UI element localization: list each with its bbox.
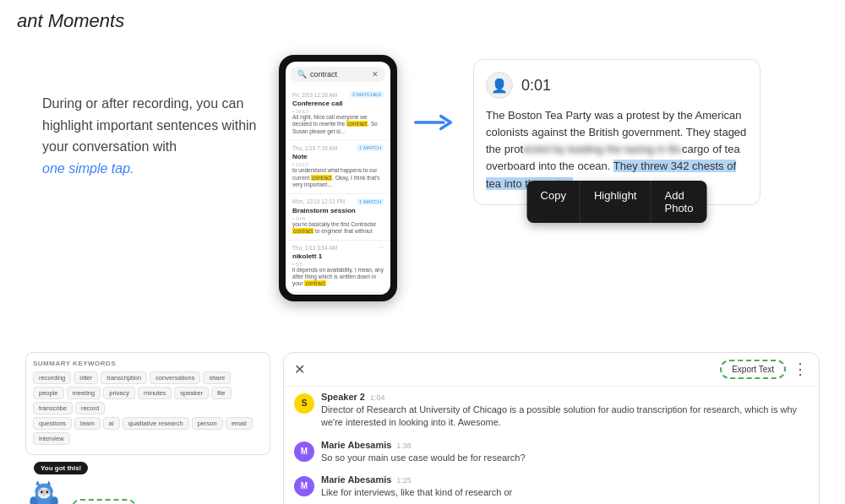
phone-mockup: 🔍 ✕ Fri, 2/23 12:28 AM 2 MATCHES Confere…: [279, 55, 397, 301]
keyword-tag[interactable]: transcribe: [33, 402, 73, 415]
keywords-label: SUMMARY KEYWORDS: [33, 360, 263, 367]
keywords-row-1: recordingottertranscriptionconversations…: [33, 371, 263, 415]
conv-message: M Marie Abesamis 1:25 Like for interview…: [294, 474, 809, 499]
message-time: 1:38: [396, 442, 412, 450]
speaker-name: Marie Abesamis: [321, 440, 391, 450]
close-button[interactable]: ✕: [294, 361, 305, 377]
conversation-messages: S Speaker 2 1:04 Director of Research at…: [284, 387, 819, 504]
keyword-tag[interactable]: recording: [33, 371, 71, 384]
keyword-tag[interactable]: conversations: [150, 371, 200, 384]
message-time: 1:25: [396, 476, 412, 485]
keywords-row-2: questionsteamaiqualitative researchperso…: [33, 417, 263, 445]
speaker-avatar: M: [294, 476, 314, 496]
copy-button[interactable]: Copy: [527, 181, 581, 223]
context-menu: Copy Highlight Add Photo: [527, 181, 707, 223]
svg-marker-2: [35, 480, 40, 485]
search-icon: 🔍: [297, 70, 307, 79]
message-time: 1:04: [370, 393, 385, 402]
svg-point-7: [41, 490, 43, 493]
message-text: So so your main use case would be for re…: [321, 452, 526, 464]
keyword-tag[interactable]: meeting: [67, 387, 101, 399]
speaker-avatar: M: [294, 442, 314, 462]
keyword-tag[interactable]: file: [211, 387, 232, 399]
conv-header: ✕ Export Text ⋮: [284, 353, 819, 387]
keyword-tag[interactable]: ai: [103, 417, 120, 430]
message-content: Marie Abesamis 1:38 So so your main use …: [321, 440, 526, 464]
speaker-name: Marie Abesamis: [321, 474, 391, 485]
list-item[interactable]: Thu, 1/13 3:54 AM nikolett 1 • 5/5 it de…: [286, 241, 390, 293]
keyword-tag[interactable]: people: [33, 387, 64, 399]
conversation-panel: ✕ Export Text ⋮ S Speaker 2 1:04 Directo…: [283, 352, 820, 504]
mascot-bubble: You got this!: [34, 462, 88, 474]
keyword-tag[interactable]: team: [74, 417, 101, 430]
keyword-tag[interactable]: interview: [33, 432, 70, 445]
arrow: [414, 110, 456, 135]
page-title: ant Moments: [17, 10, 124, 32]
keyword-tag[interactable]: email: [226, 417, 253, 430]
message-content: Marie Abesamis 1:25 Like for interviews,…: [321, 474, 512, 499]
mascot-area: You got this!: [25, 462, 270, 504]
message-text: Like for interviews, like that kind of r…: [321, 486, 512, 499]
timestamp: 0:01: [521, 77, 551, 95]
keyword-tag[interactable]: record: [75, 402, 105, 415]
keyword-tag[interactable]: privacy: [103, 387, 135, 399]
keyword-tag[interactable]: speaker: [174, 387, 209, 399]
content-text: The Boston Tea Party was a protest by th…: [486, 107, 748, 192]
speaker-avatar: S: [294, 393, 314, 414]
keyword-tag[interactable]: questions: [33, 417, 72, 430]
highlight-button[interactable]: Highlight: [581, 181, 651, 223]
svg-marker-3: [46, 480, 51, 485]
avatar: 👤: [486, 72, 513, 99]
keyword-tag[interactable]: transcription: [101, 371, 147, 384]
phone-list: Fri, 2/23 12:28 AM 2 MATCHES Conference …: [286, 85, 390, 295]
highlights-count[interactable]: 3 Highlights: [72, 499, 136, 504]
keyword-tag[interactable]: minutes: [138, 387, 172, 399]
keyword-tag[interactable]: otter: [74, 371, 98, 384]
bottom-left: SUMMARY KEYWORDS recordingottertranscrip…: [25, 352, 270, 504]
conv-message: M Marie Abesamis 1:38 So so your main us…: [294, 440, 809, 464]
list-item[interactable]: Mon, 12/19 12:13 PM 1 MATCH Brainstorm s…: [286, 194, 390, 241]
speaker-name: Speaker 2: [321, 392, 365, 402]
content-card: 👤 0:01 The Boston Tea Party was a protes…: [473, 59, 760, 205]
export-button[interactable]: Export Text: [720, 360, 786, 379]
message-text: Director of Research at University of Ch…: [321, 404, 809, 430]
list-item[interactable]: Thu, 1/19 7:16 AM 1 MATCH Note • 12/17 t…: [286, 140, 390, 193]
keyword-tag[interactable]: share: [203, 371, 231, 384]
more-options-button[interactable]: ⋮: [793, 360, 809, 378]
keyword-tag[interactable]: qualitative research: [123, 417, 189, 430]
svg-point-8: [46, 490, 48, 493]
keyword-tag[interactable]: person: [192, 417, 223, 430]
add-photo-button[interactable]: Add Photo: [651, 181, 706, 223]
keywords-box: SUMMARY KEYWORDS recordingottertranscrip…: [25, 352, 270, 455]
phone-search-input[interactable]: [310, 70, 368, 79]
close-icon[interactable]: ✕: [372, 70, 379, 79]
italic-text: one simple tap.: [42, 161, 134, 176]
owl-mascot: [25, 478, 63, 504]
message-content: Speaker 2 1:04 Director of Research at U…: [321, 392, 809, 430]
person-icon: 👤: [491, 78, 508, 94]
intro-text: During or after recording, you can highl…: [25, 93, 262, 179]
list-item[interactable]: Fri, 2/23 12:28 AM 2 MATCHES Conference …: [286, 87, 390, 140]
conv-message: S Speaker 2 1:04 Director of Research at…: [294, 392, 809, 430]
